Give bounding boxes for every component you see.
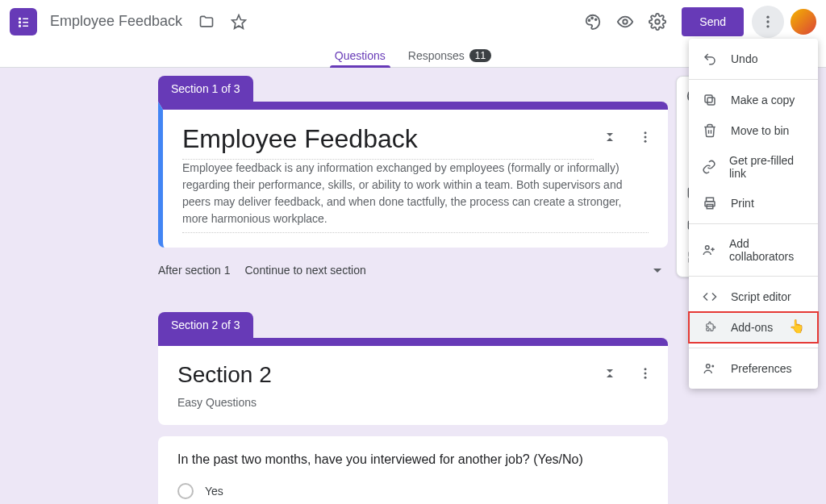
menu-label: Add-ons bbox=[731, 321, 773, 334]
cursor-pointer-icon: 👆 bbox=[789, 319, 805, 334]
question-card[interactable]: In the past two months, have you intervi… bbox=[158, 436, 668, 504]
svg-rect-2 bbox=[19, 21, 21, 23]
app-header: Employee Feedback Send bbox=[0, 0, 826, 44]
menu-script-editor[interactable]: Script editor bbox=[689, 281, 818, 312]
forms-logo[interactable] bbox=[10, 8, 37, 35]
svg-point-39 bbox=[706, 246, 710, 250]
section-2-wrap: Section 2 of 3 Section 2 Easy Questions bbox=[158, 312, 668, 504]
tab-questions[interactable]: Questions bbox=[323, 44, 397, 67]
form-description[interactable]: Employee feedback is any information exc… bbox=[182, 160, 649, 233]
section-2-card[interactable]: Section 2 Easy Questions bbox=[158, 338, 668, 425]
menu-label: Preferences bbox=[731, 362, 791, 375]
tab-questions-label: Questions bbox=[335, 49, 386, 62]
svg-point-32 bbox=[645, 373, 647, 375]
svg-point-13 bbox=[766, 20, 769, 23]
option-label: Yes bbox=[205, 485, 223, 498]
section-2-title[interactable]: Section 2 bbox=[177, 357, 594, 393]
menu-addons[interactable]: Add-ons 👆 bbox=[689, 312, 818, 343]
svg-point-14 bbox=[766, 25, 769, 27]
addon-icon bbox=[702, 320, 718, 335]
section-1-tab: Section 1 of 3 bbox=[158, 76, 253, 102]
after-section-select[interactable]: Continue to next section bbox=[239, 260, 669, 280]
link-icon bbox=[702, 160, 716, 174]
tab-responses[interactable]: Responses 11 bbox=[397, 44, 503, 67]
responses-count-badge: 11 bbox=[469, 49, 491, 62]
menu-preferences[interactable]: Preferences bbox=[689, 353, 818, 384]
after-section-row: After section 1 Continue to next section bbox=[158, 260, 668, 280]
star-icon[interactable] bbox=[223, 6, 255, 38]
collapse-section-icon[interactable] bbox=[594, 121, 626, 153]
svg-point-42 bbox=[707, 364, 711, 369]
copy-icon bbox=[702, 93, 718, 107]
more-button[interactable] bbox=[752, 6, 784, 38]
undo-icon bbox=[702, 52, 718, 66]
svg-point-16 bbox=[645, 136, 647, 139]
svg-point-11 bbox=[656, 19, 661, 24]
menu-prefilled-link[interactable]: Get pre-filled link bbox=[689, 146, 818, 188]
section-more-icon[interactable] bbox=[629, 121, 661, 153]
svg-rect-4 bbox=[19, 24, 21, 27]
menu-label: Undo bbox=[731, 52, 757, 65]
section-2-description[interactable]: Easy Questions bbox=[158, 393, 668, 425]
more-menu: Undo Make a copy Move to bin Get pre-fil… bbox=[689, 39, 818, 389]
svg-point-9 bbox=[595, 19, 597, 20]
menu-print[interactable]: Print bbox=[689, 188, 818, 219]
option-yes[interactable]: Yes bbox=[177, 483, 649, 499]
radio-icon bbox=[177, 483, 194, 499]
collapse-section-2-icon[interactable] bbox=[594, 357, 626, 389]
svg-point-7 bbox=[589, 19, 590, 21]
svg-rect-0 bbox=[19, 17, 21, 19]
menu-make-copy[interactable]: Make a copy bbox=[689, 85, 818, 115]
doc-title[interactable]: Employee Feedback bbox=[50, 13, 182, 30]
section-1-wrap: Section 1 of 3 Employee Feedback Employe… bbox=[158, 76, 668, 248]
svg-point-10 bbox=[624, 19, 628, 24]
send-button[interactable]: Send bbox=[682, 7, 744, 36]
menu-label: Print bbox=[731, 197, 754, 210]
form-title[interactable]: Employee Feedback bbox=[182, 124, 594, 160]
menu-label: Make a copy bbox=[731, 94, 795, 106]
code-icon bbox=[702, 289, 718, 304]
section-1-card[interactable]: Employee Feedback Employee feedback is a… bbox=[158, 102, 668, 248]
section-2-tab: Section 2 of 3 bbox=[158, 312, 253, 338]
menu-add-collaborators[interactable]: Add collaborators bbox=[689, 229, 818, 271]
svg-point-43 bbox=[712, 365, 714, 367]
svg-point-8 bbox=[591, 17, 593, 19]
svg-point-15 bbox=[645, 131, 647, 134]
preferences-icon bbox=[702, 361, 718, 376]
preview-icon[interactable] bbox=[609, 6, 641, 38]
move-to-folder-icon[interactable] bbox=[190, 6, 223, 38]
section-2-more-icon[interactable] bbox=[629, 357, 661, 389]
theme-icon[interactable] bbox=[577, 6, 609, 38]
svg-point-17 bbox=[645, 140, 647, 143]
account-avatar[interactable] bbox=[791, 9, 816, 35]
svg-rect-34 bbox=[707, 98, 715, 105]
menu-undo[interactable]: Undo bbox=[689, 44, 818, 74]
svg-point-33 bbox=[645, 377, 647, 379]
after-section-label: After section 1 bbox=[158, 264, 231, 277]
menu-label: Move to bin bbox=[731, 124, 789, 137]
dropdown-icon bbox=[653, 269, 661, 273]
after-section-value: Continue to next section bbox=[245, 264, 366, 277]
svg-rect-35 bbox=[705, 95, 712, 102]
menu-label: Script editor bbox=[731, 290, 791, 303]
menu-move-to-bin[interactable]: Move to bin bbox=[689, 115, 818, 146]
trash-icon bbox=[702, 123, 718, 138]
svg-point-12 bbox=[766, 15, 769, 18]
svg-point-31 bbox=[645, 368, 647, 370]
svg-marker-6 bbox=[232, 15, 246, 28]
settings-icon[interactable] bbox=[641, 6, 674, 38]
tab-responses-label: Responses bbox=[408, 49, 465, 62]
menu-label: Add collaborators bbox=[729, 237, 805, 263]
collaborators-icon bbox=[702, 243, 716, 257]
menu-label: Get pre-filled link bbox=[729, 154, 805, 180]
question-text: In the past two months, have you intervi… bbox=[177, 452, 649, 467]
print-icon bbox=[702, 196, 718, 210]
